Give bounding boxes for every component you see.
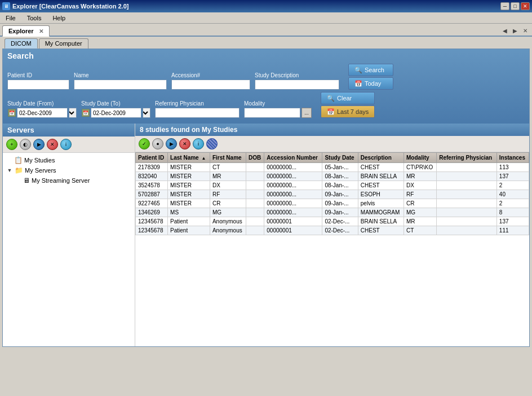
- col-description[interactable]: Description: [358, 153, 404, 163]
- table-cell: 09-Jan-...: [322, 190, 358, 199]
- col-instances[interactable]: Instances: [496, 153, 529, 163]
- maximize-button[interactable]: □: [511, 2, 520, 10]
- table-row[interactable]: 1346269MSMG00000000...09-Jan-...MAMMOGRA…: [136, 208, 529, 217]
- results-stop-button[interactable]: ●: [152, 138, 163, 149]
- table-cell: [246, 190, 264, 199]
- tree-item-my-servers[interactable]: ▼ 📁 My Servers: [5, 165, 132, 175]
- col-dob[interactable]: DOB: [246, 153, 264, 163]
- table-cell: 00000001: [264, 226, 322, 235]
- table-row[interactable]: 12345678PatientAnonymous0000000102-Dec-.…: [136, 226, 529, 235]
- results-toolbar: ✓ ● ▶ ✕ i: [135, 136, 529, 152]
- table-cell: MR: [210, 172, 246, 181]
- study-date-from-input-group: 📅: [7, 108, 77, 118]
- today-button[interactable]: 📅 Today: [348, 77, 393, 90]
- menu-tools[interactable]: Tools: [24, 14, 45, 23]
- results-cancel-button[interactable]: ✕: [179, 138, 190, 149]
- modality-field: Modality ...: [244, 100, 312, 118]
- table-cell: [437, 226, 497, 235]
- search-buttons: 🔍 Search 📅 Today: [348, 64, 393, 90]
- table-row[interactable]: 9227465MISTERCR00000000...09-Jan-...pelv…: [136, 199, 529, 208]
- accession-label: Accession#: [171, 72, 250, 78]
- study-date-from-select[interactable]: [69, 108, 77, 118]
- tree-item-my-streaming-server[interactable]: 🖥 My Streaming Server: [5, 175, 132, 186]
- minimize-button[interactable]: ─: [500, 2, 509, 10]
- last7days-button[interactable]: 📅 Last 7 days: [321, 105, 375, 118]
- study-description-input[interactable]: [255, 80, 339, 90]
- col-study-date[interactable]: Study Date: [322, 153, 358, 163]
- table-cell: [246, 226, 264, 235]
- table-cell: DX: [404, 181, 437, 190]
- table-cell: [246, 199, 264, 208]
- search-button[interactable]: 🔍 Search: [348, 64, 393, 76]
- study-date-from-field: Study Date (From) 📅: [7, 100, 77, 118]
- name-field: Name: [74, 72, 167, 90]
- patient-id-input[interactable]: [7, 80, 69, 90]
- col-referring[interactable]: Referring Physician: [437, 153, 497, 163]
- col-modality[interactable]: Modality: [404, 153, 437, 163]
- table-cell: CT: [404, 226, 437, 235]
- tab-explorer[interactable]: Explorer ✕: [2, 25, 50, 37]
- table-cell: MAMMOGRAM: [358, 208, 404, 217]
- table-row[interactable]: 3524578MISTERDX00000000...08-Jan-...CHES…: [136, 181, 529, 190]
- table-row[interactable]: 832040MISTERMR00000000...08-Jan-...BRAIN…: [136, 172, 529, 181]
- table-cell: MR: [404, 172, 437, 181]
- search-row-2: Study Date (From) 📅 Study Date (To) 📅 Re…: [7, 92, 525, 118]
- servers-edit-button[interactable]: ◐: [20, 139, 31, 150]
- study-date-to-select[interactable]: [143, 108, 150, 118]
- study-date-to-input[interactable]: [91, 108, 141, 118]
- servers-add-button[interactable]: +: [6, 139, 17, 150]
- clear-button[interactable]: 🔍 Clear: [321, 92, 375, 104]
- menu-file[interactable]: File: [2, 14, 19, 23]
- servers-connect-button[interactable]: ▶: [33, 139, 45, 150]
- table-cell: [437, 181, 497, 190]
- col-first-name[interactable]: First Name: [210, 153, 246, 163]
- study-date-to-field: Study Date (To) 📅: [81, 100, 150, 118]
- col-last-name[interactable]: Last Name ▲: [168, 153, 210, 163]
- results-table-container[interactable]: Patient ID Last Name ▲ First Name DOB Ac…: [135, 152, 529, 346]
- cal-icon-from: 📅: [8, 109, 16, 117]
- accession-input[interactable]: [171, 80, 250, 90]
- results-send-button[interactable]: ▶: [166, 138, 177, 149]
- tab-close-icon[interactable]: ✕: [39, 28, 43, 34]
- table-cell: 02-Dec-...: [322, 226, 358, 235]
- results-open-button[interactable]: ✓: [139, 138, 150, 149]
- close-button[interactable]: ✕: [521, 2, 530, 10]
- sub-tab-mycomputer[interactable]: My Computer: [39, 38, 88, 49]
- study-date-from-input[interactable]: [17, 108, 68, 118]
- modality-input-group: ...: [244, 108, 312, 118]
- col-accession[interactable]: Accession Number: [264, 153, 322, 163]
- servers-delete-button[interactable]: ✕: [47, 139, 58, 150]
- sub-tab-dicom[interactable]: DICOM: [5, 38, 38, 49]
- modality-input[interactable]: [244, 108, 300, 118]
- menu-help[interactable]: Help: [49, 14, 69, 23]
- table-cell: 137: [496, 217, 529, 226]
- tab-prev-button[interactable]: ◀: [500, 26, 509, 35]
- servers-info-button[interactable]: i: [60, 139, 72, 150]
- table-row[interactable]: 5702887MISTERRF00000000...09-Jan-...ESOP…: [136, 190, 529, 199]
- table-row[interactable]: 12345678PatientAnonymous0000000102-Dec-.…: [136, 217, 529, 226]
- col-patient-id[interactable]: Patient ID: [136, 153, 168, 163]
- table-cell: MISTER: [168, 172, 210, 181]
- my-servers-icon: 📁: [15, 166, 23, 174]
- table-cell: BRAIN SELLA: [358, 217, 404, 226]
- tab-next-button[interactable]: ▶: [511, 26, 520, 35]
- table-cell: 12345678: [136, 217, 168, 226]
- title-bar-buttons: ─ □ ✕: [500, 2, 530, 10]
- tab-panel-close-button[interactable]: ✕: [521, 26, 530, 35]
- table-row[interactable]: 2178309MISTERCT00000000...05-Jan-...CHES…: [136, 163, 529, 172]
- menu-bar: File Tools Help: [0, 12, 532, 24]
- referring-physician-input[interactable]: [155, 108, 240, 118]
- servers-tree: 📋 My Studies ▼ 📁 My Servers 🖥 My Streami…: [3, 153, 135, 346]
- my-servers-expand-icon[interactable]: ▼: [6, 168, 13, 173]
- table-cell: MR: [404, 217, 437, 226]
- table-cell: [246, 172, 264, 181]
- results-dicomdir-button[interactable]: [206, 138, 218, 149]
- cal-icon-to: 📅: [82, 109, 90, 117]
- servers-title: Servers: [3, 124, 135, 137]
- table-cell: CT\PR\KO: [404, 163, 437, 172]
- modality-more-button[interactable]: ...: [302, 108, 312, 118]
- name-input[interactable]: [74, 80, 167, 90]
- tree-item-my-studies[interactable]: 📋 My Studies: [5, 155, 132, 165]
- results-details-button[interactable]: i: [193, 138, 204, 149]
- servers-toolbar: + ◐ ▶ ✕ i: [3, 137, 135, 153]
